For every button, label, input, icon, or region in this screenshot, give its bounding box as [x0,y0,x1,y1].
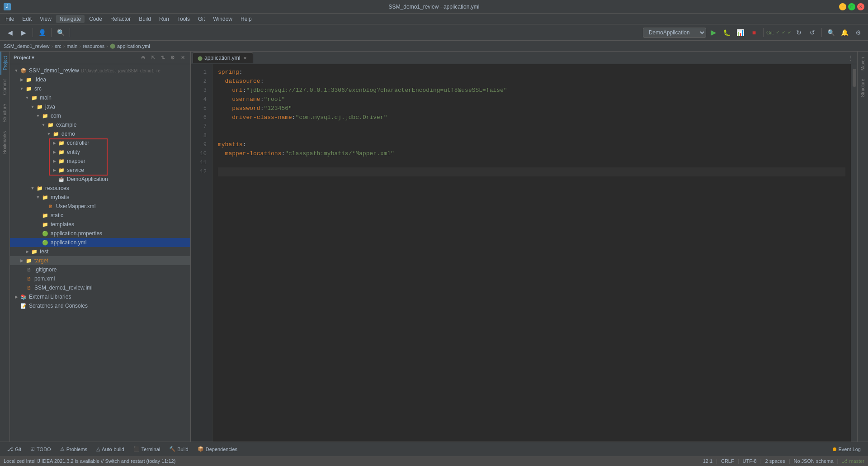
tree-item-iml[interactable]: ▶ 🗎 SSM_demo1_review.iml [10,283,190,292]
menu-window[interactable]: Window [209,15,236,23]
tab-close-app-yml[interactable]: ✕ [242,55,248,61]
update-button[interactable]: ↻ [793,26,805,39]
code-editor[interactable]: spring: datasource: url: "jdbc:mysql://1… [212,64,851,442]
bottom-tab-terminal[interactable]: ⬛ Terminal [130,445,164,453]
tree-item-demo[interactable]: ▼ 📁 demo [10,129,190,138]
menu-refactor[interactable]: Refactor [107,15,134,23]
forward-button[interactable]: ▶ [17,26,30,39]
maven-panel-tab[interactable]: Maven [859,53,866,74]
settings-button[interactable]: ⚙ [852,26,864,39]
tree-arrow-demo: ▼ [46,131,52,137]
debug-button[interactable]: 🐛 [721,26,733,39]
left-tab-commit[interactable]: Commit [1,75,9,99]
tree-item-resources[interactable]: ▼ 📁 resources [10,184,190,193]
menu-navigate[interactable]: Navigate [56,15,85,23]
search-everywhere-button[interactable]: 🔍 [54,26,67,39]
status-branch[interactable]: ⎇ master [842,458,864,464]
tree-item-ext-libs[interactable]: ▶ 📚 External Libraries [10,292,190,301]
tree-item-app-yml[interactable]: ▶ 🟢 application.yml [10,238,190,247]
breadcrumb-main[interactable]: main [67,43,78,49]
structure-panel-tab[interactable]: Structure [859,75,866,101]
tabs-menu-button[interactable]: ⋮ [846,53,855,62]
menu-view[interactable]: View [36,15,55,23]
left-tab-structure[interactable]: Structure [1,100,9,127]
menu-run[interactable]: Run [156,15,173,23]
tree-item-app-properties[interactable]: ▶ 🟢 application.properties [10,229,190,238]
tree-item-mybatis[interactable]: ▼ 📁 mybatis [10,193,190,202]
editor-scrollbar[interactable] [851,64,857,442]
run-config-selector[interactable]: DemoApplication [643,28,706,38]
bottom-tab-todo[interactable]: ☑ TODO [27,445,55,453]
tree-icon-service: 📁 [58,166,65,174]
close-button[interactable]: ✕ [857,3,864,10]
sort-button[interactable]: ⇅ [159,54,167,62]
line-num-10: 10 [191,149,210,158]
tree-item-main[interactable]: ▼ 📁 main [10,93,190,102]
collapse-all-button[interactable]: ⇱ [149,54,157,62]
menu-git[interactable]: Git [194,15,208,23]
hide-panel-button[interactable]: ✕ [179,54,187,62]
project-tree[interactable]: ▼ 📦 SSM_demo1_review D:\Java\code\test_j… [10,64,190,442]
status-indent[interactable]: 2 spaces [765,458,785,464]
menu-edit[interactable]: Edit [19,15,35,23]
tree-item-usermapper[interactable]: ▶ 🗎 UserMapper.xml [10,202,190,211]
back-button[interactable]: ◀ [4,26,16,39]
tree-item-src[interactable]: ▼ 📁 src [10,84,190,93]
bottom-tab-git[interactable]: ⎇ Git [4,445,25,453]
tree-item-mapper[interactable]: ▶ 📁 mapper [10,157,190,166]
status-encoding[interactable]: UTF-8 [743,458,757,464]
tree-item-gitignore[interactable]: ▶ 🗎 .gitignore [10,265,190,274]
maximize-button[interactable]: □ [848,3,855,10]
tree-item-service[interactable]: ▶ 📁 service [10,166,190,175]
notifications-button[interactable]: 🔔 [838,26,851,39]
menu-tools[interactable]: Tools [174,15,193,23]
left-tab-project[interactable]: Project [0,52,9,75]
bottom-tab-problems[interactable]: ⚠ Problems [57,445,91,453]
tree-item-pom[interactable]: ▶ 🗎 pom.xml [10,274,190,283]
tree-item-demoapplication[interactable]: ▶ ☕ DemoApplication [10,175,190,184]
status-line-sep[interactable]: CRLF [721,458,734,464]
rollback-button[interactable]: ↺ [806,26,819,39]
breadcrumb-file[interactable]: ⬤ [110,43,115,49]
menu-file[interactable]: File [2,15,18,23]
left-tab-bookmarks[interactable]: Bookmarks [1,127,9,158]
status-schema[interactable]: No JSON schema [793,458,833,464]
breadcrumb-resources[interactable]: resources [83,43,104,49]
breadcrumb-src[interactable]: src [55,43,61,49]
tree-item-scratches[interactable]: ▶ 📝 Scratches and Consoles [10,301,190,310]
toolbar-sep-5 [821,28,822,37]
run-button[interactable]: ▶ [707,26,720,39]
breadcrumb-filename[interactable]: application.yml [117,43,150,49]
tree-item-target[interactable]: ▶ 📁 target [10,256,190,265]
tree-item-templates[interactable]: ▶ 📁 templates [10,220,190,229]
add-file-button[interactable]: ⊕ [139,54,147,62]
event-log-btn[interactable]: Event Log [829,446,864,453]
minimize-button[interactable]: − [839,3,846,10]
tree-item-static[interactable]: ▶ 📁 static [10,211,190,220]
status-cursor[interactable]: 12:1 [703,458,712,464]
stop-button[interactable]: ■ [748,26,760,39]
bottom-tab-deps[interactable]: 📦 Dependencies [194,445,241,453]
profile-button[interactable]: 👤 [36,26,48,39]
bottom-tab-autobuild[interactable]: △ Auto-build [93,445,128,453]
menu-build[interactable]: Build [135,15,155,23]
tree-label-demo: demo [61,131,75,137]
tree-item-entity[interactable]: ▶ 📁 entity [10,147,190,157]
tree-item-root[interactable]: ▼ 📦 SSM_demo1_review D:\Java\code\test_j… [10,66,190,75]
tree-item-java[interactable]: ▼ 📁 java [10,102,190,111]
bottom-tab-build[interactable]: 🔨 Build [165,445,192,453]
breadcrumb-project[interactable]: SSM_demo1_review [4,43,50,49]
settings-panel-button[interactable]: ⚙ [169,54,177,62]
menu-help[interactable]: Help [237,15,255,23]
tree-item-idea[interactable]: ▶ 📁 .idea [10,75,190,84]
editor-tab-app-yml[interactable]: ⬤ application.yml ✕ [193,52,253,63]
tree-item-example[interactable]: ▼ 📁 example [10,120,190,129]
coverage-button[interactable]: 📊 [734,26,747,39]
scrollbar-thumb[interactable] [853,69,856,87]
tree-item-com[interactable]: ▼ 📁 com [10,111,190,120]
project-panel-title: Project ▾ [14,55,137,61]
find-button[interactable]: 🔍 [825,26,837,39]
tree-item-controller[interactable]: ▶ 📁 controller [10,138,190,147]
menu-code[interactable]: Code [85,15,106,23]
tree-item-test[interactable]: ▶ 📁 test [10,247,190,256]
